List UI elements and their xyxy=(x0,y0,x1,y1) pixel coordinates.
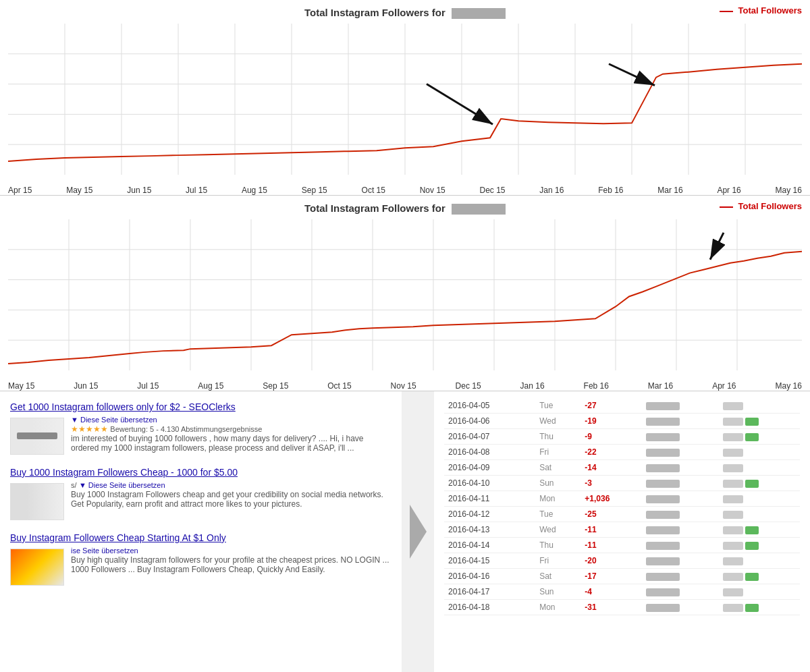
table-row: 2016-04-05 Tue -27 xyxy=(444,398,800,414)
table-day: Mon xyxy=(535,491,580,507)
result2-title[interactable]: Buy 1000 Instagram Followers Cheap - 100… xyxy=(10,467,392,478)
chart1-area xyxy=(8,24,802,175)
table-day: Fri xyxy=(535,445,580,460)
table-row: 2016-04-13 Wed -11 xyxy=(444,522,800,538)
search-result-3: Buy Instagram Followers Cheap Starting A… xyxy=(10,532,392,586)
table-blur1 xyxy=(642,445,719,460)
table-blur1 xyxy=(642,476,719,491)
table-blur2 xyxy=(719,476,800,491)
right-arrow-shape xyxy=(410,505,427,559)
table-date: 2016-04-12 xyxy=(444,507,535,522)
table-day: Tue xyxy=(535,507,580,522)
table-date: 2016-04-08 xyxy=(444,445,535,460)
table-change: -25 xyxy=(580,507,641,522)
legend-line-2 xyxy=(720,206,733,208)
table-date: 2016-04-07 xyxy=(444,429,535,445)
result1-snippet: ▼ Diese Seite übersetzen ★★★★★ Bewertung… xyxy=(71,415,392,453)
table-row: 2016-04-09 Sat -14 xyxy=(444,460,800,476)
search-results-panel: Get 1000 Instagram followers only for $2… xyxy=(0,391,402,672)
table-day: Mon xyxy=(535,600,580,615)
table-date: 2016-04-09 xyxy=(444,460,535,476)
table-date: 2016-04-14 xyxy=(444,538,535,553)
result3-thumb xyxy=(10,549,64,586)
result2-thumb-img xyxy=(11,484,63,520)
table-blur1 xyxy=(642,538,719,553)
table-blur2 xyxy=(719,553,800,569)
data-table-panel: 2016-04-05 Tue -27 2016-04-06 Wed -19 20… xyxy=(434,391,810,672)
table-blur2 xyxy=(719,600,800,615)
chart2-area xyxy=(8,219,802,370)
result1-thumb xyxy=(10,418,64,455)
chart2-svg xyxy=(8,219,802,370)
table-date: 2016-04-15 xyxy=(444,553,535,569)
result3-snippet: ise Seite übersetzen Buy high quality In… xyxy=(71,546,392,574)
table-date: 2016-04-17 xyxy=(444,584,535,600)
search-result-1: Get 1000 Instagram followers only for $2… xyxy=(10,401,392,455)
table-change: -11 xyxy=(580,522,641,538)
table-date: 2016-04-16 xyxy=(444,569,535,584)
table-blur1 xyxy=(642,584,719,600)
table-day: Sun xyxy=(535,584,580,600)
table-row: 2016-04-12 Tue -25 xyxy=(444,507,800,522)
table-row: 2016-04-15 Fri -20 xyxy=(444,553,800,569)
table-change: -11 xyxy=(580,538,641,553)
table-date: 2016-04-10 xyxy=(444,476,535,491)
table-row: 2016-04-08 Fri -22 xyxy=(444,445,800,460)
table-date: 2016-04-18 xyxy=(444,600,535,615)
table-blur2 xyxy=(719,522,800,538)
table-date: 2016-04-06 xyxy=(444,414,535,429)
table-blur2 xyxy=(719,491,800,507)
table-blur2 xyxy=(719,414,800,429)
table-blur1 xyxy=(642,491,719,507)
result2-snippet: s/ ▼ Diese Seite übersetzen Buy 1000 Ins… xyxy=(71,480,392,509)
result2-thumb xyxy=(10,483,64,520)
table-day: Thu xyxy=(535,429,580,445)
table-container: 2016-04-05 Tue -27 2016-04-06 Wed -19 20… xyxy=(444,398,800,615)
table-blur1 xyxy=(642,398,719,414)
table-change: -22 xyxy=(580,445,641,460)
table-row: 2016-04-16 Sat -17 xyxy=(444,569,800,584)
top-chart-section: Total Instagram Followers for Total Foll… xyxy=(0,0,810,196)
table-blur1 xyxy=(642,507,719,522)
table-date: 2016-04-13 xyxy=(444,522,535,538)
result1-title[interactable]: Get 1000 Instagram followers only for $2… xyxy=(10,401,392,412)
chart1-svg xyxy=(8,24,802,175)
table-row: 2016-04-06 Wed -19 xyxy=(444,414,800,429)
table-change: -4 xyxy=(580,584,641,600)
table-row: 2016-04-18 Mon -31 xyxy=(444,600,800,615)
result3-title[interactable]: Buy Instagram Followers Cheap Starting A… xyxy=(10,532,392,543)
table-change: -31 xyxy=(580,600,641,615)
table-date: 2016-04-05 xyxy=(444,398,535,414)
table-change: +1,036 xyxy=(580,491,641,507)
table-blur2 xyxy=(719,584,800,600)
table-blur2 xyxy=(719,569,800,584)
legend-line-1 xyxy=(720,11,733,12)
followers-table: 2016-04-05 Tue -27 2016-04-06 Wed -19 20… xyxy=(444,398,800,615)
chart1-legend: Total Followers xyxy=(720,5,802,16)
table-row: 2016-04-10 Sun -3 xyxy=(444,476,800,491)
chart1-redacted xyxy=(452,8,506,19)
table-day: Sat xyxy=(535,460,580,476)
table-row: 2016-04-11 Mon +1,036 xyxy=(444,491,800,507)
bottom-section: Get 1000 Instagram followers only for $2… xyxy=(0,391,810,672)
table-blur1 xyxy=(642,600,719,615)
table-blur1 xyxy=(642,414,719,429)
chart2-redacted xyxy=(452,204,506,215)
search-result-2: Buy 1000 Instagram Followers Cheap - 100… xyxy=(10,467,392,520)
table-blur1 xyxy=(642,569,719,584)
table-blur1 xyxy=(642,522,719,538)
table-day: Tue xyxy=(535,398,580,414)
table-blur2 xyxy=(719,445,800,460)
table-change: -3 xyxy=(580,476,641,491)
chart2-legend: Total Followers xyxy=(720,201,802,211)
table-date: 2016-04-11 xyxy=(444,491,535,507)
chart2-x-axis: May 15 Jun 15 Jul 15 Aug 15 Sep 15 Oct 1… xyxy=(8,372,802,391)
result1-thumb-img xyxy=(11,418,63,454)
chart1-title: Total Instagram Followers for xyxy=(0,7,810,19)
table-change: -9 xyxy=(580,429,641,445)
table-day: Wed xyxy=(535,522,580,538)
table-day: Sun xyxy=(535,476,580,491)
table-row: 2016-04-14 Thu -11 xyxy=(444,538,800,553)
table-change: -17 xyxy=(580,569,641,584)
table-change: -20 xyxy=(580,553,641,569)
